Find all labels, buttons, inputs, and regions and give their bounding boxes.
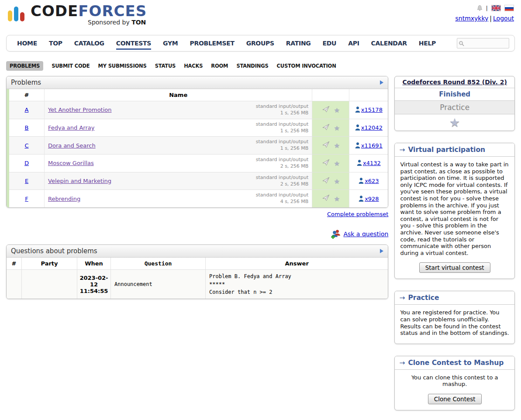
contest-status: Finished: [395, 88, 514, 100]
problems-table: # Name A Yet Another Promotion standard …: [7, 89, 388, 207]
contest-subnav: PROBLEMS SUBMIT CODE MY SUBMISSIONS STAT…: [6, 61, 515, 71]
problem-name-link[interactable]: Rebrending: [48, 196, 80, 202]
problem-name-link[interactable]: Dora and Search: [48, 142, 96, 149]
submit-plane-icon[interactable]: [322, 161, 330, 167]
solved-count-link[interactable]: x11691: [361, 142, 383, 149]
favorite-contest-star-icon[interactable]: ★: [449, 116, 460, 129]
problem-row: D Moscow Gorillas standard input/output2…: [8, 155, 388, 172]
nav-item-contests[interactable]: CONTESTS: [116, 37, 151, 50]
virtual-participation-text: Virtual contest is a way to take part in…: [395, 157, 514, 261]
bell-icon[interactable]: [477, 5, 483, 11]
favorite-star-icon[interactable]: ★: [334, 107, 340, 114]
submit-plane-icon[interactable]: [322, 125, 330, 132]
logo-title: CODEFORCES: [31, 3, 147, 18]
favorite-star-icon[interactable]: ★: [334, 195, 340, 203]
problem-row: C Dora and Search standard input/output1…: [8, 137, 388, 155]
logo-bars-icon: [8, 7, 24, 21]
subnav-hacks[interactable]: HACKS: [184, 63, 203, 69]
nav-item-api[interactable]: API: [348, 37, 359, 50]
question-answer: Problem B. Fedya and Array ***** Conside…: [206, 270, 388, 299]
solved-count-link[interactable]: x12042: [361, 124, 383, 131]
nav-item-home[interactable]: HOME: [17, 37, 37, 50]
clone-contest-button[interactable]: Clone Contest: [428, 394, 482, 404]
subnav-room[interactable]: ROOM: [211, 63, 228, 69]
flag-en-icon[interactable]: [491, 5, 501, 11]
nav-item-groups[interactable]: GROUPS: [246, 37, 274, 50]
search-input[interactable]: [466, 40, 507, 47]
search-box[interactable]: [457, 38, 509, 48]
virtual-participation-header: → Virtual participation: [395, 143, 514, 157]
nav-item-top[interactable]: TOP: [49, 37, 62, 50]
submit-plane-icon[interactable]: [322, 179, 330, 185]
nav-item-problemset[interactable]: PROBLEMSET: [190, 37, 234, 50]
flag-ru-icon[interactable]: [504, 5, 514, 11]
problem-name-link[interactable]: Fedya and Array: [48, 124, 94, 131]
problem-row: B Fedya and Array standard input/output1…: [8, 119, 388, 137]
problem-io-limits: standard input/output2 s, 256 MB: [256, 175, 309, 188]
username-link[interactable]: sntmxykky: [455, 15, 488, 22]
problem-name-link[interactable]: Velepin and Marketing: [48, 178, 111, 184]
question-text: Announcement: [111, 270, 206, 299]
question-party: [22, 270, 77, 299]
contest-mode: Practice: [395, 100, 514, 114]
nav-item-rating[interactable]: RATING: [286, 37, 311, 50]
problem-letter-link[interactable]: C: [24, 142, 28, 149]
problem-letter-link[interactable]: D: [24, 160, 29, 166]
user-separator: |: [490, 15, 492, 22]
virtual-participation-box: → Virtual participation Virtual contest …: [394, 143, 515, 279]
favorite-star-icon[interactable]: ★: [334, 124, 340, 132]
practice-box: → Practice You are registered for practi…: [394, 291, 515, 344]
arrow-right-icon: →: [399, 294, 405, 302]
expand-arrow-icon[interactable]: [380, 80, 383, 85]
nav-item-calendar[interactable]: CALENDAR: [371, 37, 407, 50]
contest-title-link[interactable]: Codeforces Round 852 (Div. 2): [402, 79, 507, 86]
subnav-my-submissions[interactable]: MY SUBMISSIONS: [98, 63, 147, 69]
problem-io-limits: standard input/output1 s, 256 MB: [256, 139, 309, 152]
problem-letter-link[interactable]: E: [25, 178, 28, 184]
complete-problemset-link[interactable]: Complete problemset: [327, 211, 388, 217]
header-separator: |: [486, 5, 488, 11]
ask-question-icon: [331, 229, 341, 239]
arrow-right-icon: →: [399, 359, 405, 367]
questions-table: # Party When Question Answer 2023-02-12 …: [7, 258, 388, 299]
solved-count-link[interactable]: x928: [365, 196, 379, 202]
codeforces-logo[interactable]: CODEFORCES Sponsored by TON: [8, 3, 147, 26]
problem-letter-link[interactable]: A: [25, 107, 29, 113]
qcol-party: Party: [22, 258, 77, 270]
problem-letter-link[interactable]: F: [25, 196, 28, 202]
questions-box: Questions about problems # Party When Qu…: [6, 244, 388, 299]
problem-name-link[interactable]: Moscow Gorillas: [48, 160, 94, 166]
start-virtual-contest-button[interactable]: Start virtual contest: [419, 262, 490, 273]
subnav-problems[interactable]: PROBLEMS: [6, 61, 43, 71]
subnav-standings[interactable]: STANDINGS: [236, 63, 268, 69]
submit-plane-icon[interactable]: [322, 196, 330, 203]
solved-count-link[interactable]: x623: [365, 178, 379, 184]
logout-link[interactable]: Logout: [493, 15, 514, 22]
expand-arrow-icon[interactable]: [380, 249, 383, 253]
favorite-star-icon[interactable]: ★: [334, 178, 340, 186]
clone-mashup-text: You can clone this contest to a mashup.: [395, 370, 514, 392]
submit-plane-icon[interactable]: [322, 107, 330, 114]
ton-brand: TON: [131, 19, 146, 26]
problem-row: E Velepin and Marketing standard input/o…: [8, 172, 388, 190]
qcol-num: #: [7, 258, 22, 270]
favorite-star-icon[interactable]: ★: [334, 160, 340, 168]
subnav-custom-invocation[interactable]: CUSTOM INVOCATION: [277, 63, 336, 69]
problem-io-limits: standard input/output1 s, 256 MB: [256, 103, 309, 117]
problem-letter-link[interactable]: B: [25, 124, 29, 131]
submit-plane-icon[interactable]: [322, 143, 330, 149]
nav-item-edu[interactable]: EDU: [323, 37, 337, 50]
problem-name-link[interactable]: Yet Another Promotion: [48, 107, 111, 113]
page-header: CODEFORCES Sponsored by TON | sntmxykky|…: [0, 0, 521, 35]
solved-count-link[interactable]: x15178: [361, 107, 383, 113]
solved-count-link[interactable]: x4132: [363, 160, 381, 166]
subnav-status[interactable]: STATUS: [155, 63, 176, 69]
favorite-star-icon[interactable]: ★: [334, 142, 340, 150]
solved-person-icon: [357, 160, 362, 166]
subnav-submit-code[interactable]: SUBMIT CODE: [52, 63, 90, 69]
solved-person-icon: [355, 124, 360, 131]
ask-question-link[interactable]: Ask a question: [343, 231, 388, 238]
nav-item-help[interactable]: HELP: [419, 37, 436, 50]
nav-item-gym[interactable]: GYM: [163, 37, 178, 50]
nav-item-catalog[interactable]: CATALOG: [74, 37, 104, 50]
